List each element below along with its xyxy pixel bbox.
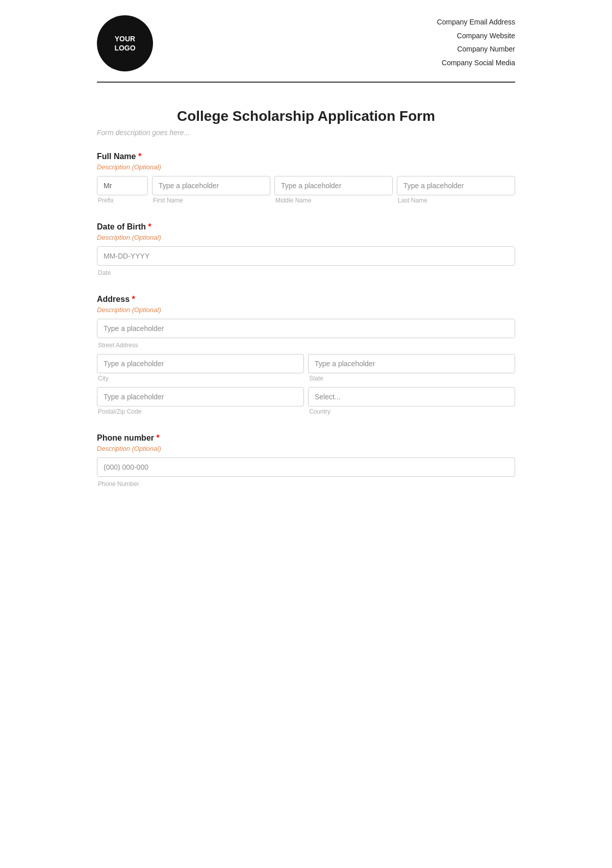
form-description: Form description goes here...: [97, 129, 515, 137]
form-body: College Scholarship Application Form For…: [76, 83, 536, 537]
form-title: College Scholarship Application Form: [97, 108, 515, 124]
city-state-row: City State: [97, 354, 515, 382]
city-sublabel: City: [97, 375, 304, 382]
first-name-input[interactable]: [152, 176, 270, 195]
state-sublabel: State: [308, 375, 515, 382]
logo-text-line1: YOUR: [115, 34, 135, 43]
dob-description: Description (Optional): [97, 234, 515, 241]
country-input[interactable]: [308, 387, 515, 406]
company-logo: YOUR LOGO: [97, 15, 153, 71]
phone-input-wrap: Phone Number: [97, 457, 515, 488]
middle-name-wrap: Middle Name: [274, 176, 393, 204]
address-description: Description (Optional): [97, 306, 515, 314]
company-number-label: Company Number: [437, 42, 515, 56]
address-field: Address * Description (Optional) Street …: [97, 295, 515, 415]
phone-description: Description (Optional): [97, 445, 515, 452]
phone-sublabel: Phone Number: [97, 480, 515, 488]
company-email-label: Company Email Address: [437, 15, 515, 29]
dob-label: Date of Birth *: [97, 222, 515, 232]
country-sublabel: Country: [308, 408, 515, 415]
postal-wrap: Postal/Zip Code: [97, 387, 304, 415]
phone-required-star: *: [154, 433, 160, 442]
full-name-inputs: Prefix First Name Middle Name Last Name: [97, 176, 515, 204]
street-sublabel: Street Address: [97, 342, 515, 349]
page-header: YOUR LOGO Company Email Address Company …: [76, 0, 536, 82]
street-wrap: Street Address: [97, 319, 515, 349]
street-input[interactable]: [97, 319, 515, 338]
prefix-wrap: Prefix: [97, 176, 148, 204]
dob-field: Date of Birth * Description (Optional) D…: [97, 222, 515, 276]
country-wrap: Country: [308, 387, 515, 415]
first-name-sublabel: First Name: [152, 197, 270, 204]
last-name-wrap: Last Name: [397, 176, 515, 204]
prefix-sublabel: Prefix: [97, 197, 148, 204]
logo-text-line2: LOGO: [114, 43, 135, 53]
first-name-wrap: First Name: [152, 176, 270, 204]
dob-sublabel: Date: [97, 269, 515, 276]
full-name-field: Full Name * Description (Optional) Prefi…: [97, 152, 515, 204]
full-name-description: Description (Optional): [97, 163, 515, 171]
prefix-input[interactable]: [97, 176, 148, 195]
company-info-block: Company Email Address Company Website Co…: [437, 15, 515, 69]
phone-label: Phone number *: [97, 433, 515, 443]
middle-name-sublabel: Middle Name: [274, 197, 393, 204]
last-name-sublabel: Last Name: [397, 197, 515, 204]
last-name-input[interactable]: [397, 176, 515, 195]
dob-input[interactable]: [97, 246, 515, 266]
middle-name-input[interactable]: [274, 176, 393, 195]
postal-sublabel: Postal/Zip Code: [97, 408, 304, 415]
address-label: Address *: [97, 295, 515, 304]
city-input[interactable]: [97, 354, 304, 373]
phone-field: Phone number * Description (Optional) Ph…: [97, 433, 515, 488]
full-name-label: Full Name *: [97, 152, 515, 161]
dob-input-wrap: Date: [97, 246, 515, 276]
state-input[interactable]: [308, 354, 515, 373]
company-website-label: Company Website: [437, 29, 515, 43]
postal-country-row: Postal/Zip Code Country: [97, 387, 515, 415]
dob-required-star: *: [146, 222, 151, 231]
city-wrap: City: [97, 354, 304, 382]
state-wrap: State: [308, 354, 515, 382]
company-social-label: Company Social Media: [437, 56, 515, 70]
postal-input[interactable]: [97, 387, 304, 406]
phone-input[interactable]: [97, 457, 515, 477]
required-star: *: [136, 152, 141, 161]
address-required-star: *: [130, 295, 135, 303]
